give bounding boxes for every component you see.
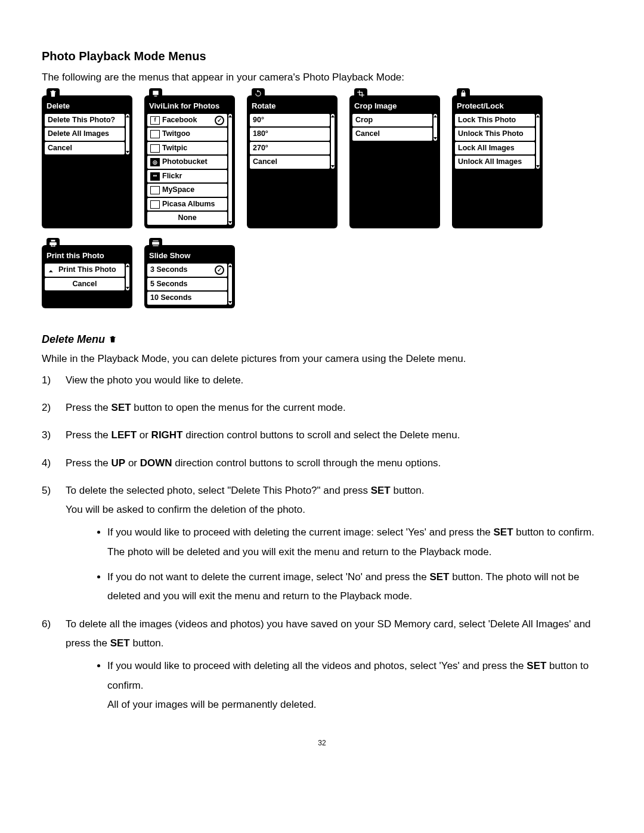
page-title: Photo Playback Mode Menus	[42, 48, 602, 64]
rotate-icon	[252, 88, 265, 99]
menu-title: Delete	[43, 99, 131, 114]
set-label: SET	[429, 571, 449, 583]
menu-item: Cancel	[45, 142, 125, 155]
trash-icon	[109, 335, 117, 343]
steps-list: View the photo you would like to delete.…	[42, 371, 602, 714]
step-6-bullets: If you would like to proceed with deleti…	[66, 657, 602, 714]
heading-text: Delete Menu	[42, 332, 105, 347]
menu-crop: Crop Image Crop Cancel	[349, 95, 440, 228]
menu-title: ViviLink for Photos	[145, 99, 234, 114]
up-label: UP	[112, 457, 126, 469]
menu-title: Protect/Lock	[453, 99, 541, 114]
menu-delete: Delete Delete This Photo? Delete All Ima…	[42, 95, 132, 228]
print-icon	[47, 238, 60, 249]
menu-title: Print this Photo	[43, 249, 131, 264]
scrollbar	[126, 114, 129, 155]
t: button.	[130, 637, 164, 649]
menu-item: Cancel	[45, 278, 125, 291]
section-heading: Delete Menu	[42, 332, 602, 347]
t: To delete the selected photo, select "De…	[66, 485, 371, 496]
picasa-icon	[150, 200, 160, 209]
t: If you do not want to delete the current…	[107, 571, 429, 583]
right-label: RIGHT	[151, 429, 183, 441]
t: Press the	[66, 429, 112, 441]
menu-item: f Facebook	[147, 114, 227, 127]
label: Facebook	[162, 115, 197, 126]
down-label: DOWN	[140, 457, 172, 469]
print-item-icon	[48, 266, 56, 274]
t: or	[137, 429, 151, 441]
facebook-icon: f	[150, 116, 160, 125]
step-3: Press the LEFT or RIGHT direction contro…	[42, 426, 602, 445]
menu-item: 10 Seconds	[147, 292, 227, 305]
menu-item: Crop	[352, 114, 432, 127]
menu-print: Print this Photo Print This Photo Cancel	[42, 245, 132, 308]
photobucket-icon: ◎	[150, 158, 160, 166]
menu-item: Cancel	[352, 128, 432, 141]
scrollbar	[228, 264, 232, 305]
menu-title: Crop Image	[351, 99, 439, 114]
set-label: SET	[371, 485, 391, 496]
set-label: SET	[494, 527, 513, 538]
bullet: If you would like to proceed with deleti…	[107, 523, 602, 562]
menu-screenshots: Delete Delete This Photo? Delete All Ima…	[42, 95, 578, 308]
menu-title: Slide Show	[145, 249, 234, 264]
menu-item: Twitpic	[147, 142, 227, 155]
step-5: To delete the selected photo, select "De…	[42, 481, 602, 606]
menu-item: Cancel	[250, 156, 330, 169]
menu-item: Lock This Photo	[455, 114, 535, 127]
menu-item: Twitgoo	[147, 128, 227, 141]
label: Twitpic	[162, 143, 187, 154]
myspace-icon	[150, 186, 160, 194]
scrollbar	[228, 114, 232, 225]
twitpic-icon	[150, 144, 160, 153]
share-icon	[149, 88, 162, 99]
label: Photobucket	[162, 157, 208, 168]
intro-text: The following are the menus that appear …	[42, 70, 602, 85]
t: If you would like to proceed with deleti…	[107, 527, 494, 538]
menu-item: Lock All Images	[455, 142, 535, 155]
lock-icon	[457, 88, 470, 99]
menu-item: 270°	[250, 142, 330, 155]
menu-protect: Protect/Lock Lock This Photo Unlock This…	[452, 95, 543, 228]
label: 3 Seconds	[150, 265, 188, 275]
twitgoo-icon	[150, 130, 160, 138]
set-label: SET	[110, 637, 130, 649]
t: button to open the menus for the current…	[131, 402, 346, 413]
check-icon	[215, 116, 224, 125]
scrollbar	[126, 264, 129, 290]
menu-item: Unlock All Images	[455, 156, 535, 169]
menu-rotate: Rotate 90° 180° 270° Cancel	[247, 95, 338, 228]
menu-item: MySpace	[147, 184, 227, 197]
menu-item: 5 Seconds	[147, 278, 227, 291]
menu-item: Picasa Albums	[147, 198, 227, 211]
set-label: SET	[112, 402, 131, 413]
step-5-bullets: If you would like to proceed with deleti…	[66, 523, 602, 606]
t: direction control buttons to scroll and …	[183, 429, 460, 441]
t: button.	[391, 485, 425, 496]
step-6: To delete all the images (videos and pho…	[42, 615, 602, 714]
label: MySpace	[162, 185, 194, 196]
step-1: View the photo you would like to delete.	[42, 371, 602, 390]
flickr-icon: ••	[150, 172, 160, 181]
label: Twitgoo	[162, 129, 190, 140]
menu-item: Unlock This Photo	[455, 128, 535, 141]
step-4: Press the UP or DOWN direction control b…	[42, 454, 602, 473]
menu-item: 180°	[250, 128, 330, 141]
left-label: LEFT	[112, 429, 137, 441]
menu-item: 90°	[250, 114, 330, 127]
bullet: If you do not want to delete the current…	[107, 568, 602, 606]
menu-item: None	[147, 212, 227, 225]
t: direction control buttons to scroll thro…	[172, 457, 441, 469]
menu-item: ••Flickr	[147, 170, 227, 183]
label: Picasa Albums	[162, 199, 215, 210]
menu-vivilink: ViviLink for Photos f Facebook Twitgoo T…	[144, 95, 235, 228]
menu-item: Delete All Images	[45, 128, 125, 141]
menu-item: ◎Photobucket	[147, 156, 227, 169]
scrollbar	[434, 114, 437, 141]
step-2: Press the SET button to open the menus f…	[42, 398, 602, 417]
set-label: SET	[527, 660, 546, 671]
menu-slideshow: Slide Show 3 Seconds 5 Seconds 10 Second…	[144, 245, 235, 308]
slideshow-icon	[149, 238, 162, 249]
t: You will be asked to confirm the deletio…	[66, 504, 305, 515]
